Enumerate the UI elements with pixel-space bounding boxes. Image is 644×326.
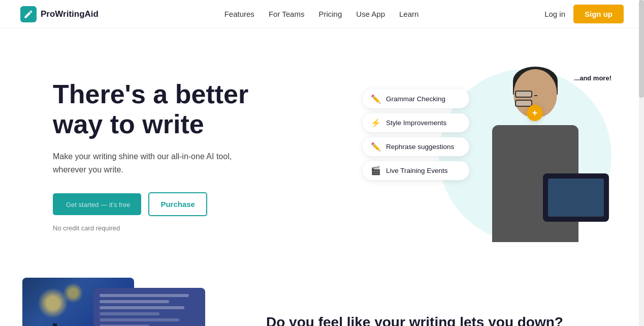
feature-cards: ✏️ Grammar Checking ⚡ Style Improvements…	[363, 90, 469, 180]
rephrase-icon: ✏️	[371, 142, 381, 152]
laptop	[543, 173, 609, 222]
nav-features[interactable]: Features	[224, 10, 254, 18]
hero-buttons: Get started— it's free Purchase	[53, 192, 297, 216]
laptop-screen	[548, 179, 604, 217]
and-more-text: ...and more!	[574, 74, 611, 82]
hero-subtitle: Make your writing shine with our all-in-…	[53, 150, 256, 176]
page-scrollbar[interactable]	[639, 0, 644, 326]
grammar-icon: ✏️	[371, 94, 381, 104]
login-button[interactable]: Log in	[544, 10, 565, 18]
nav-for-teams[interactable]: For Teams	[269, 10, 305, 18]
person-illustration	[477, 64, 594, 242]
hero-section: There's a better way to write Make your …	[2, 28, 642, 273]
logo-svg	[23, 9, 34, 19]
nav-pricing[interactable]: Pricing	[318, 10, 342, 18]
logo-icon	[20, 6, 37, 22]
get-started-label: Get started	[66, 201, 99, 209]
nav-links: Features For Teams Pricing Use App Learn	[224, 10, 419, 18]
plus-badge: +	[527, 105, 543, 121]
feature-card-grammar-label: Grammar Checking	[386, 95, 445, 103]
logo-text: ProWritingAid	[41, 9, 99, 19]
logo-link[interactable]: ProWritingAid	[20, 6, 99, 22]
feature-card-rephrase-label: Rephrase suggestions	[386, 143, 454, 151]
feature-card-training-label: Live Training Events	[386, 167, 448, 174]
scrollbar-thumb[interactable]	[639, 0, 644, 98]
feature-card-style: ⚡ Style Improvements	[363, 113, 469, 132]
feature-card-style-label: Style Improvements	[386, 119, 446, 127]
training-icon: 🎬	[371, 166, 381, 175]
hero-title-line1: There's a better	[53, 79, 248, 109]
nav-learn[interactable]: Learn	[399, 10, 418, 18]
nav-actions: Log in Sign up	[544, 5, 624, 23]
section2-image: My idea in my head	[22, 278, 226, 326]
get-started-free-label: — it's free	[101, 201, 130, 209]
section2: My idea in my head Do you feel like your…	[2, 273, 642, 326]
signup-button[interactable]: Sign up	[573, 5, 624, 23]
navbar: ProWritingAid Features For Teams Pricing…	[0, 0, 644, 28]
section2-left: My idea in my head	[22, 273, 236, 326]
style-icon: ⚡	[371, 118, 381, 128]
hero-title: There's a better way to write	[53, 79, 297, 140]
no-card-text: No credit card required	[53, 224, 297, 232]
person-glasses	[515, 91, 556, 99]
feature-card-rephrase: ✏️ Rephrase suggestions	[363, 137, 469, 156]
feature-card-training: 🎬 Live Training Events	[363, 161, 469, 180]
feature-card-grammar: ✏️ Grammar Checking	[363, 90, 469, 108]
purchase-button[interactable]: Purchase	[148, 192, 207, 216]
writing-card	[93, 288, 205, 326]
section2-title: Do you feel like your writing lets you d…	[266, 313, 622, 326]
hero-right: ✏️ Grammar Checking ⚡ Style Improvements…	[358, 59, 622, 252]
section2-right: Do you feel like your writing lets you d…	[266, 273, 622, 326]
hero-title-line2: way to write	[53, 109, 204, 139]
nav-use-app[interactable]: Use App	[356, 10, 385, 18]
get-started-button[interactable]: Get started— it's free	[53, 193, 141, 215]
hero-left: There's a better way to write Make your …	[53, 79, 297, 232]
